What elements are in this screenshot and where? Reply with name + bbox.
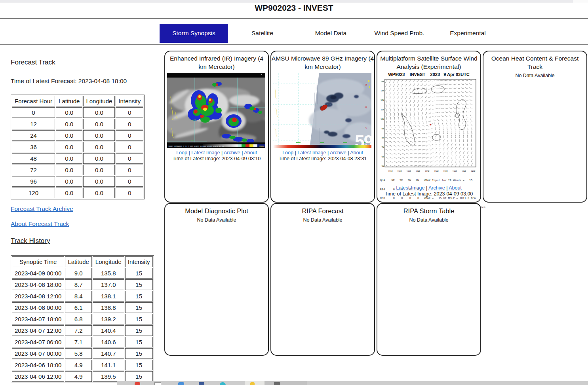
- table-row: 2023-04-07 18:006.8139.215: [12, 314, 153, 324]
- table-cell: 0.0: [83, 165, 115, 175]
- tab-wind-speed-prob[interactable]: Wind Speed Prob.: [365, 24, 434, 43]
- panel-title: Enhanced Infrared (IR) Imagery (4 km Mer…: [165, 54, 268, 71]
- table-cell: 0.0: [83, 176, 115, 187]
- forecast-table: Forecast HourLatitudeLongitudeIntensity …: [11, 95, 145, 199]
- table-cell: 2023-04-06 18:00: [12, 360, 64, 370]
- table-row: 2023-04-07 12:007.2140.415: [12, 325, 153, 336]
- table-header-row: Synoptic TimeLatitudeLongitudeIntensity: [12, 256, 153, 267]
- ir-grid-label: 135: [192, 119, 196, 121]
- track-history-table: Synoptic TimeLatitudeLongitudeIntensity …: [11, 255, 154, 383]
- table-cell: 15: [125, 314, 153, 324]
- loop-link[interactable]: Loop: [282, 150, 293, 156]
- table-cell: 0: [116, 176, 143, 187]
- table-cell: 6.8: [65, 314, 91, 324]
- loop-link[interactable]: Loop: [176, 150, 187, 156]
- axis-label: 13N: [381, 90, 384, 92]
- table-header-row: Forecast HourLatitudeLongitudeIntensity: [12, 96, 143, 106]
- table-cell: 6.1: [65, 302, 91, 313]
- table-cell: 0: [116, 142, 143, 152]
- table-cell: 0.0: [56, 107, 82, 118]
- axis-label: 11N: [381, 109, 384, 111]
- taskbar-icon-red[interactable]: [135, 382, 140, 385]
- table-cell: 8.7: [65, 279, 91, 290]
- panel-title: RIPA Storm Table: [377, 207, 480, 215]
- ir-satellite-image[interactable]: 135 130 MIDAS 10001 HIMAWARI-9 13 9 APR …: [167, 73, 265, 148]
- about-link[interactable]: About: [244, 150, 257, 156]
- axis-label: 132E: [398, 171, 402, 173]
- about-link[interactable]: About: [449, 185, 462, 191]
- wind-analysis-plot[interactable]: 14N13N12N11N10N9N8N7N6N5N131E132E133E134…: [379, 78, 478, 173]
- amsu-satellite-image[interactable]: 15 10 5 59: [273, 73, 371, 148]
- panel-title: AMSU Microwave 89 GHz Imagery (4 km Merc…: [271, 54, 374, 71]
- table-cell: 0.0: [56, 176, 82, 187]
- axis-label: 8N: [382, 137, 384, 139]
- horizontal-rule-top: [0, 18, 588, 19]
- table-cell: 140.7: [93, 348, 124, 359]
- table-cell: 4.9: [65, 360, 91, 370]
- table-cell: 140.6: [93, 337, 124, 347]
- horizontal-rule-tabs: [0, 44, 588, 45]
- axis-label: 131E: [388, 171, 393, 173]
- table-cell: 0: [116, 107, 143, 118]
- table-row: 240.00.00: [12, 130, 143, 141]
- table-cell: 15: [125, 360, 153, 370]
- table-cell: 5.8: [65, 348, 91, 359]
- axis-label: 137E: [443, 171, 448, 173]
- table-cell: 96: [12, 176, 55, 187]
- archive-link[interactable]: Archive: [224, 150, 240, 156]
- taskbar-icon-yellow[interactable]: [250, 382, 255, 385]
- taskbar-icon-darkblue[interactable]: [199, 382, 204, 385]
- link-separator: |: [188, 150, 190, 156]
- forecast-track-archive-link[interactable]: Forecast Track Archive: [11, 205, 73, 212]
- table-cell: 72: [12, 165, 55, 175]
- taskbar-icon-window[interactable]: [154, 382, 161, 385]
- table-cell: 138.8: [93, 302, 124, 313]
- axis-label: 5N: [382, 165, 384, 167]
- latest-image-link[interactable]: Latest Image: [396, 185, 424, 191]
- link-separator: |: [348, 150, 349, 156]
- latest-image-link[interactable]: Latest Image: [297, 150, 326, 156]
- tab-storm-synopsis[interactable]: Storm Synopsis: [160, 24, 228, 43]
- table-row: 00.00.00: [12, 107, 143, 118]
- link-separator: |: [446, 185, 447, 191]
- column-header: Latitude: [65, 256, 91, 267]
- table-cell: 140.4: [93, 325, 124, 336]
- column-header: Longitude: [93, 256, 124, 267]
- amsu-lat-label: 10: [365, 106, 367, 108]
- panel-wind-analysis: Multiplatform Satellite Surface Wind Ana…: [377, 51, 481, 203]
- axis-label: 135E: [425, 171, 430, 173]
- tab-model-data[interactable]: Model Data: [297, 24, 365, 43]
- axis-label: 138E: [453, 171, 457, 173]
- about-link[interactable]: About: [350, 150, 363, 156]
- archive-link[interactable]: Archive: [428, 185, 445, 191]
- ir-grid-label: 130: [191, 139, 194, 142]
- table-cell: 138.1: [93, 291, 124, 302]
- table-cell: 139.2: [93, 314, 124, 324]
- table-cell: 24: [12, 130, 55, 141]
- table-cell: 0: [116, 130, 143, 141]
- panel-enhanced-ir: Enhanced Infrared (IR) Imagery (4 km Mer…: [164, 51, 269, 203]
- tab-satellite[interactable]: Satellite: [228, 24, 297, 43]
- track-history-heading: Track History: [11, 237, 50, 245]
- table-cell: 2023-04-08 00:00: [12, 302, 64, 313]
- table-row: 720.00.00: [12, 165, 143, 175]
- tab-experimental[interactable]: Experimental: [434, 24, 502, 43]
- no-data-message: No Data Available: [165, 217, 268, 223]
- archive-link[interactable]: Archive: [330, 150, 346, 156]
- panel-ripa-forecast: RIPA Forecast No Data Available: [270, 203, 375, 356]
- taskbar-icon-gray[interactable]: [274, 382, 280, 385]
- taskbar-icon-blue[interactable]: [178, 382, 184, 385]
- panel-title: Multiplatform Satellite Surface Wind Ana…: [373, 54, 485, 71]
- about-forecast-track-link[interactable]: About Forecast Track: [11, 220, 69, 228]
- link-separator: |: [426, 185, 427, 191]
- browser-edge-strip: [0, 0, 573, 3]
- table-cell: 0: [12, 107, 55, 118]
- column-header: Synoptic Time: [12, 256, 64, 267]
- latest-image-link[interactable]: Latest Image: [191, 150, 220, 156]
- table-cell: 15: [125, 302, 153, 313]
- table-cell: 141.1: [93, 360, 124, 370]
- taskbar-icon-teal[interactable]: [220, 382, 226, 385]
- table-cell: 15: [125, 348, 153, 359]
- table-cell: 12: [12, 119, 55, 129]
- table-row: 2023-04-06 18:004.9141.115: [12, 360, 153, 370]
